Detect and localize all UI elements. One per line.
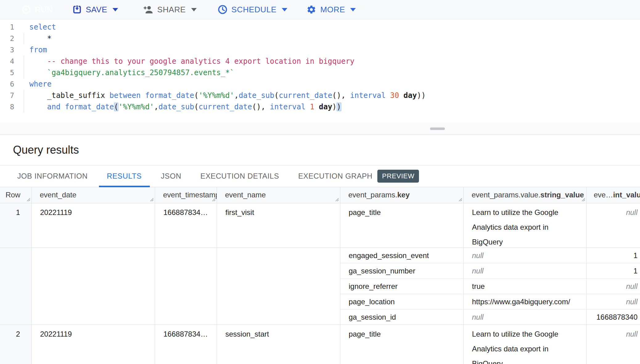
tab-execution-details[interactable]: EXECUTION DETAILS xyxy=(192,165,287,187)
chevron-down-icon xyxy=(191,8,197,11)
cell-param-key: engaged_session_event xyxy=(340,248,464,263)
column-resize-icon[interactable] xyxy=(581,198,585,202)
column-header-event-timestamp[interactable]: event_timestamp xyxy=(155,187,217,203)
column-resize-icon[interactable] xyxy=(458,198,462,202)
code-token: format_date xyxy=(65,103,114,111)
tab-json[interactable]: JSON xyxy=(153,165,189,187)
save-button[interactable]: SAVE xyxy=(66,2,124,17)
cell-param-string-value: null xyxy=(464,248,587,263)
code-line-7: 7 _table_suffix between format_date('%Y%… xyxy=(0,90,640,101)
event-timestamp-spacer xyxy=(155,248,217,325)
results-table[interactable]: Rowevent_dateevent_timestampevent_nameev… xyxy=(0,187,640,364)
code-token: 1 xyxy=(310,103,314,111)
query-results-header: Query results xyxy=(0,135,640,165)
cell-param-string-value: null xyxy=(464,263,587,278)
code-token: interval xyxy=(350,91,386,100)
row-number-spacer xyxy=(0,248,32,325)
column-header-key[interactable]: event_params.key xyxy=(340,187,464,203)
code-token: ( xyxy=(274,91,279,100)
chevron-down-icon xyxy=(350,8,356,11)
code-token: ( xyxy=(194,91,199,100)
column-label: event_params.key xyxy=(348,191,410,199)
preview-badge: PREVIEW xyxy=(377,170,419,183)
column-header-int-value[interactable]: eve…int_value xyxy=(587,187,640,203)
schedule-button[interactable]: SCHEDULE xyxy=(218,5,287,14)
code-line-5: 5 `ga4bigquery.analytics_250794857.event… xyxy=(0,67,640,79)
code-token xyxy=(306,103,310,111)
column-header-event-date[interactable]: event_date xyxy=(32,187,155,203)
tab-execution-graph[interactable]: EXECUTION GRAPHPREVIEW xyxy=(290,165,427,187)
column-label: event_params.value.string_value xyxy=(472,191,584,199)
cell-param-key: ignore_referrer xyxy=(340,279,464,294)
column-resize-icon[interactable] xyxy=(150,198,154,202)
gear-icon xyxy=(306,5,316,14)
event-date-spacer xyxy=(32,248,155,325)
column-label: eve…int_value xyxy=(594,191,640,199)
share-button-label: SHARE xyxy=(157,5,186,14)
cell-param-string-value: Learn to utilize the Google Analytics da… xyxy=(464,325,587,364)
code-token: '%Y%m%d' xyxy=(118,103,154,111)
code-token xyxy=(60,103,65,111)
code-token xyxy=(141,91,145,100)
more-button[interactable]: MORE xyxy=(306,5,356,14)
row-number: 2 xyxy=(0,325,32,364)
cell-event-date: 20221119 xyxy=(32,325,155,364)
code-token: from xyxy=(29,46,47,54)
clock-icon xyxy=(218,5,228,14)
column-resize-icon[interactable] xyxy=(27,198,31,202)
tab-job-information[interactable]: JOB INFORMATION xyxy=(9,165,96,187)
play-icon xyxy=(22,5,31,14)
code-token: where xyxy=(29,80,51,88)
share-button[interactable]: SHARE xyxy=(143,4,197,15)
chevron-down-icon xyxy=(113,8,118,11)
run-button[interactable]: RUN xyxy=(14,2,60,17)
cell-event-timestamp: 166887834… xyxy=(155,203,217,248)
cell-param-string-value: Learn to utilize the Google Analytics da… xyxy=(464,203,587,248)
code-line-6: 6where xyxy=(0,79,640,90)
more-button-label: MORE xyxy=(320,5,345,14)
cell-event-name: session_start xyxy=(217,325,340,364)
line-number: 4 xyxy=(0,56,14,67)
code-line-1: 1select xyxy=(0,22,640,33)
column-header-row[interactable]: Row xyxy=(0,187,32,203)
code-token: date_sub xyxy=(239,91,274,100)
column-header-event-name[interactable]: event_name xyxy=(217,187,340,203)
code-token: (), xyxy=(252,103,270,111)
line-number: 2 xyxy=(0,33,14,44)
column-label: Row xyxy=(6,191,20,199)
tab-results[interactable]: RESULTS xyxy=(99,165,150,187)
line-number: 7 xyxy=(0,90,14,101)
sql-editor[interactable]: 1select2 *3from4 -- change this to your … xyxy=(0,19,640,122)
column-resize-icon[interactable] xyxy=(212,198,216,202)
schedule-button-label: SCHEDULE xyxy=(232,5,277,14)
results-table-body: 120221119166887834…first_visitpage_title… xyxy=(0,203,640,364)
table-row-group-2: 220221119166887834…session_startpage_tit… xyxy=(0,325,640,364)
code-token: ) xyxy=(337,103,341,111)
code-token: day xyxy=(404,91,417,100)
code-token: 30 xyxy=(390,91,399,100)
param-row-engaged-session-event: engaged_session_eventnull1 xyxy=(340,248,640,263)
column-resize-icon[interactable] xyxy=(335,198,339,202)
tab-label: JSON xyxy=(161,172,181,180)
cell-param-string-value: true xyxy=(464,279,587,294)
panel-resize-handle[interactable] xyxy=(430,127,445,130)
code-token: day xyxy=(319,103,332,111)
param-row-ignore-referrer: ignore_referrertruenull xyxy=(340,279,640,294)
column-header-string-value[interactable]: event_params.value.string_value xyxy=(464,187,587,203)
row-number: 1 xyxy=(0,203,32,248)
line-number: 6 xyxy=(0,79,14,90)
column-label: event_date xyxy=(40,191,76,199)
code-token: -- change this to your google analytics … xyxy=(29,57,355,66)
code-line-3: 3from xyxy=(0,44,640,56)
results-tab-bar: JOB INFORMATIONRESULTSJSONEXECUTION DETA… xyxy=(0,165,640,187)
code-line-2: 2 * xyxy=(0,33,640,44)
param-rows: engaged_session_eventnull1ga_session_num… xyxy=(340,248,640,325)
code-token: (), xyxy=(332,91,350,100)
cell-param-key: page_title xyxy=(340,203,464,248)
line-number: 8 xyxy=(0,101,14,113)
cell-param-int-value: 1 xyxy=(587,263,640,278)
tab-label: RESULTS xyxy=(107,172,142,180)
code-token xyxy=(386,91,390,100)
cell-param-int-value: null xyxy=(587,203,640,248)
code-token xyxy=(314,103,319,111)
